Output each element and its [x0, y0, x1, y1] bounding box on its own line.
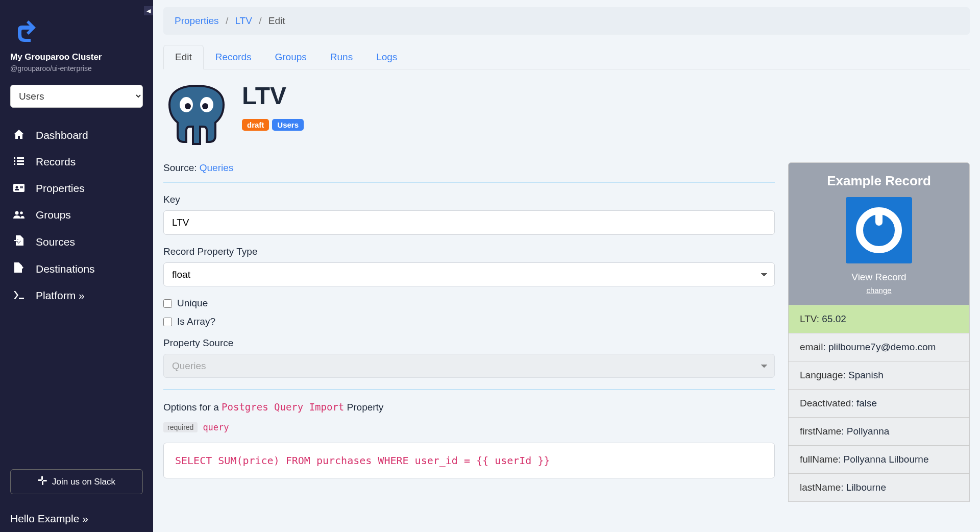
- home-icon: [12, 130, 26, 141]
- array-label: Is Array?: [177, 316, 215, 327]
- property-key: LTV: [800, 313, 817, 324]
- tab-logs[interactable]: Logs: [364, 45, 409, 69]
- property-key: lastName: [800, 482, 841, 493]
- source-link[interactable]: Queries: [200, 162, 234, 173]
- svg-rect-16: [42, 481, 43, 485]
- property-row: email: plilbourne7y@demo.com: [789, 333, 969, 361]
- svg-rect-14: [41, 476, 43, 480]
- nav-dashboard[interactable]: Dashboard: [10, 122, 143, 149]
- nav-records[interactable]: Records: [10, 149, 143, 175]
- slack-label: Join us on Slack: [52, 477, 115, 487]
- nav-label: Groups: [36, 209, 71, 221]
- nav-label: Destinations: [36, 263, 95, 275]
- view-record-link[interactable]: View Record: [799, 272, 959, 283]
- property-row: lastName: Lilbourne: [789, 473, 969, 501]
- type-select[interactable]: float: [163, 262, 775, 286]
- property-row: Language: Spanish: [789, 361, 969, 389]
- svg-rect-17: [43, 480, 47, 481]
- property-key: Language: [800, 370, 843, 380]
- options-label: Options for a Postgres Query Import Prop…: [163, 401, 775, 413]
- hello-user-link[interactable]: Hello Example »: [10, 513, 143, 525]
- model-select[interactable]: Users: [10, 85, 143, 108]
- tabs: Edit Records Groups Runs Logs: [163, 45, 970, 69]
- property-value: Pollyanna Lilbourne: [844, 454, 929, 465]
- property-key: Deactivated: [800, 398, 851, 408]
- svg-rect-13: [19, 298, 24, 299]
- svg-rect-4: [14, 163, 15, 165]
- svg-point-21: [202, 103, 208, 109]
- svg-rect-9: [20, 186, 23, 187]
- options-suffix: Property: [344, 402, 383, 413]
- file-export-icon: [12, 262, 26, 275]
- property-source-select[interactable]: Queries: [163, 354, 775, 378]
- tab-records[interactable]: Records: [204, 45, 263, 69]
- breadcrumb-current: Edit: [268, 15, 285, 26]
- tab-edit[interactable]: Edit: [163, 45, 204, 69]
- key-input[interactable]: [163, 210, 775, 235]
- svg-point-20: [185, 103, 191, 109]
- property-value: false: [856, 398, 877, 408]
- options-code: Postgres Query Import: [222, 401, 344, 413]
- status-badge-draft: draft: [242, 119, 269, 131]
- join-slack-button[interactable]: Join us on Slack: [10, 469, 143, 494]
- postgres-icon: [163, 82, 230, 150]
- svg-rect-10: [20, 187, 23, 188]
- property-value: Spanish: [848, 370, 884, 380]
- nav-label: Sources: [36, 236, 75, 248]
- list-icon: [12, 156, 26, 168]
- breadcrumb: Properties / LTV / Edit: [163, 7, 970, 35]
- cluster-subtitle: @grouparoo/ui-enterprise: [10, 64, 143, 72]
- property-row: Deactivated: false: [789, 389, 969, 417]
- breadcrumb-ltv[interactable]: LTV: [235, 15, 252, 26]
- nav: Dashboard Records Properties Groups: [10, 122, 143, 309]
- breadcrumb-properties[interactable]: Properties: [175, 15, 219, 26]
- file-import-icon: [12, 235, 26, 248]
- svg-rect-23: [875, 210, 883, 226]
- type-label: Record Property Type: [163, 246, 775, 257]
- property-row: LTV: 65.02: [789, 305, 969, 333]
- query-input[interactable]: SELECT SUM(price) FROM purchases WHERE u…: [163, 443, 775, 478]
- required-badge: required: [163, 422, 198, 432]
- svg-point-7: [16, 186, 18, 188]
- breadcrumb-separator: /: [259, 15, 261, 26]
- nav-platform[interactable]: Platform »: [10, 282, 143, 309]
- section-divider: [163, 182, 775, 183]
- change-record-link[interactable]: change: [799, 286, 959, 295]
- key-label: Key: [163, 194, 775, 205]
- slack-icon: [38, 476, 47, 488]
- svg-point-11: [15, 211, 19, 214]
- form-column: Source: Queries Key Record Property Type…: [163, 162, 775, 502]
- property-value: Pollyanna: [847, 426, 889, 437]
- logo: [10, 13, 143, 45]
- unique-checkbox[interactable]: [163, 299, 172, 308]
- source-label: Source:: [163, 162, 197, 173]
- id-card-icon: [12, 183, 26, 195]
- avatar: [846, 197, 912, 263]
- sidebar-collapse-button[interactable]: ◀: [144, 6, 153, 15]
- title-block: LTV draft Users: [242, 82, 304, 131]
- section-divider: [163, 389, 775, 390]
- breadcrumb-separator: /: [226, 15, 228, 26]
- tab-groups[interactable]: Groups: [263, 45, 318, 69]
- property-key: fullName: [800, 454, 838, 465]
- svg-rect-5: [17, 163, 24, 165]
- model-badge: Users: [272, 119, 304, 131]
- gravatar-icon: [856, 207, 902, 253]
- property-value: Lilbourne: [846, 482, 886, 493]
- nav-properties[interactable]: Properties: [10, 175, 143, 202]
- cluster-name: My Grouparoo Cluster: [10, 52, 143, 62]
- tab-runs[interactable]: Runs: [318, 45, 364, 69]
- svg-rect-3: [17, 160, 24, 162]
- nav-groups[interactable]: Groups: [10, 202, 143, 228]
- svg-rect-2: [14, 160, 15, 162]
- terminal-icon: [12, 290, 26, 302]
- nav-label: Records: [36, 156, 76, 168]
- array-checkbox[interactable]: [163, 318, 172, 326]
- source-line: Source: Queries: [163, 162, 775, 174]
- main-content: Properties / LTV / Edit Edit Records Gro…: [153, 0, 980, 532]
- property-key: email: [800, 342, 823, 352]
- nav-sources[interactable]: Sources: [10, 228, 143, 255]
- property-key: firstName: [800, 426, 841, 437]
- property-row: firstName: Pollyanna: [789, 417, 969, 445]
- nav-destinations[interactable]: Destinations: [10, 255, 143, 282]
